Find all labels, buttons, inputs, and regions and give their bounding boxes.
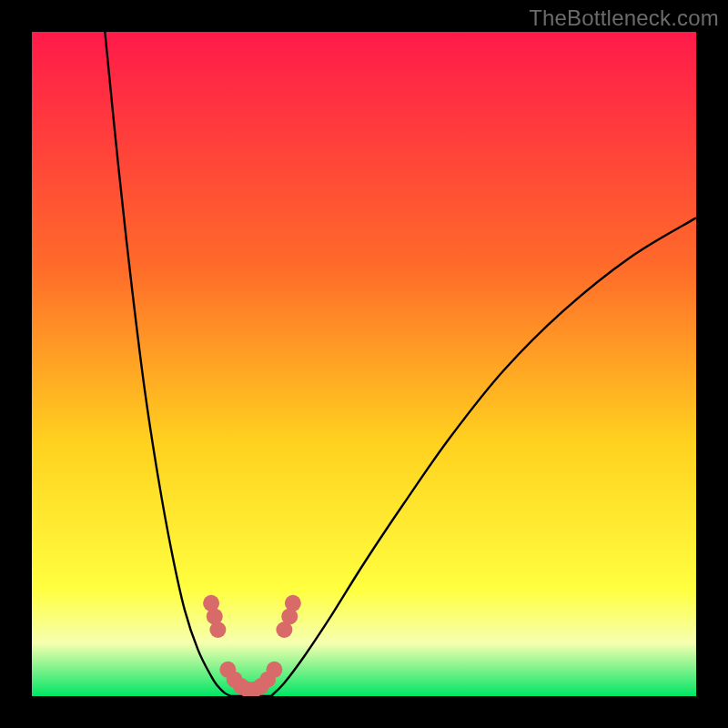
marker-dot (285, 595, 301, 612)
watermark-text: TheBottleneck.com (529, 5, 719, 31)
marker-dot (209, 622, 226, 638)
marker-dot (266, 662, 282, 678)
plot-svg (32, 32, 696, 696)
chart-frame: TheBottleneck.com (0, 0, 728, 728)
heat-background (32, 32, 696, 696)
plot-area (32, 32, 696, 696)
